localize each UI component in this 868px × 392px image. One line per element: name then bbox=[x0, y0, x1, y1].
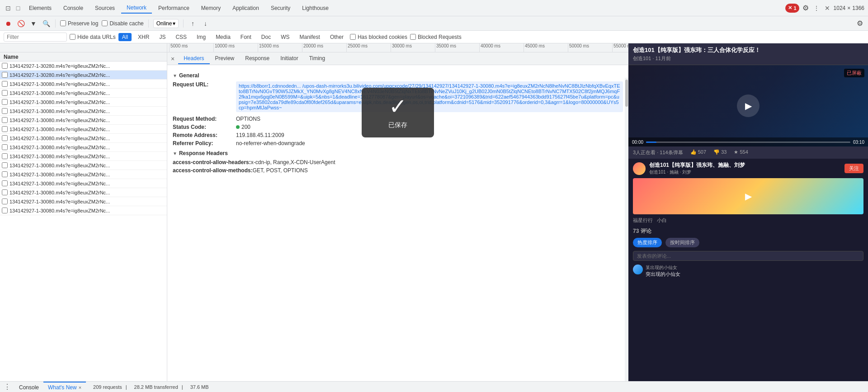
play-button[interactable]: ▶ bbox=[737, 94, 760, 117]
general-section-header[interactable]: ▼ General bbox=[173, 72, 623, 79]
filter-type-font[interactable]: Font bbox=[237, 33, 255, 41]
hide-data-urls-label[interactable]: Hide data URLs bbox=[70, 34, 116, 40]
close-detail-tab[interactable]: × bbox=[169, 54, 176, 63]
blocked-requests-checkbox[interactable] bbox=[410, 34, 416, 40]
close-whatsnew-tab[interactable]: × bbox=[79, 385, 81, 390]
bottom-menu-icon[interactable]: ⋮ bbox=[4, 383, 11, 391]
row-checkbox[interactable] bbox=[2, 135, 8, 141]
record-button[interactable]: ⏺ bbox=[4, 19, 13, 28]
disable-cache-checkbox[interactable] bbox=[102, 20, 108, 26]
filter-type-manifest[interactable]: Manifest bbox=[296, 33, 324, 41]
filter-type-img[interactable]: Img bbox=[193, 33, 209, 41]
panel-icon[interactable]: □ bbox=[14, 4, 23, 13]
list-item[interactable]: 134142927-1-30080.m4s?e=ig8euxZM2rNc... bbox=[0, 188, 167, 197]
list-item[interactable]: 134142927-1-30080.m4s?e=ig8euxZM2rNc... bbox=[0, 134, 167, 143]
comment-input[interactable] bbox=[633, 251, 863, 261]
list-item[interactable]: 134142927-1-30080.m4s?e=ig8euxZM2rNc... bbox=[0, 206, 167, 215]
list-item[interactable]: 134142927-1-30080.m4s?e=ig8euxZM2rNc... bbox=[0, 116, 167, 125]
row-checkbox[interactable] bbox=[2, 117, 8, 123]
row-checkbox[interactable] bbox=[2, 108, 8, 114]
tab-initiator[interactable]: Initiator bbox=[275, 53, 303, 64]
tab-console[interactable]: Console bbox=[58, 3, 89, 13]
disable-cache-label[interactable]: Disable cache bbox=[102, 20, 143, 27]
row-checkbox[interactable] bbox=[2, 162, 8, 168]
export-button[interactable]: ↓ bbox=[201, 19, 210, 28]
tab-application[interactable]: Application bbox=[227, 3, 264, 13]
list-item[interactable]: 134142927-1-30080.m4s?e=ig8euxZM2rNc... bbox=[0, 98, 167, 107]
row-checkbox[interactable] bbox=[2, 198, 8, 204]
row-checkbox[interactable] bbox=[2, 153, 8, 159]
list-item[interactable]: 134142927-1-30080.m4s?e=ig8euxZM2rNc... bbox=[0, 152, 167, 161]
clear-button[interactable]: 🚫 bbox=[16, 19, 25, 28]
filter-button[interactable]: ▼ bbox=[29, 19, 38, 28]
filter-input[interactable] bbox=[4, 33, 67, 42]
search-button[interactable]: 🔍 bbox=[42, 19, 51, 28]
row-checkbox[interactable] bbox=[2, 90, 8, 96]
more-icon[interactable]: ⋮ bbox=[812, 4, 821, 13]
detail-scrollbar[interactable] bbox=[625, 78, 628, 381]
tab-sources[interactable]: Sources bbox=[90, 3, 120, 13]
blocked-requests-label[interactable]: Blocked Requests bbox=[410, 34, 462, 40]
list-item[interactable]: 134142927-1-30080.m4s?e=ig8euxZM2rNc... bbox=[0, 89, 167, 98]
sort-hot-button[interactable]: 热度排序 bbox=[633, 238, 662, 247]
list-item[interactable]: 134142927-1-30080.m4s?e=ig8euxZM2rNc... bbox=[0, 143, 167, 152]
tab-preview[interactable]: Preview bbox=[210, 53, 240, 64]
row-checkbox[interactable] bbox=[2, 208, 8, 213]
row-checkbox[interactable] bbox=[2, 180, 8, 186]
progress-track[interactable] bbox=[646, 142, 850, 143]
tab-elements[interactable]: Elements bbox=[24, 3, 57, 13]
tab-response[interactable]: Response bbox=[240, 53, 275, 64]
preserve-log-label[interactable]: Preserve log bbox=[60, 20, 98, 27]
tab-security[interactable]: Security bbox=[265, 3, 296, 13]
settings-icon[interactable]: ⚙ bbox=[801, 4, 810, 13]
list-item[interactable]: 134142927-1-30080.m4s?e=ig8euxZM2rNc... bbox=[0, 170, 167, 179]
row-checkbox[interactable] bbox=[2, 144, 8, 150]
has-blocked-cookies-checkbox[interactable] bbox=[350, 34, 356, 40]
tab-performance[interactable]: Performance bbox=[153, 3, 195, 13]
row-checkbox[interactable] bbox=[2, 171, 8, 177]
filter-type-xhr[interactable]: XHR bbox=[134, 33, 153, 41]
row-checkbox[interactable] bbox=[2, 189, 8, 195]
preserve-log-checkbox[interactable] bbox=[60, 20, 66, 26]
list-item[interactable]: 134142927-1-30280.m4s?e=ig8euxZM2rNc... bbox=[0, 71, 167, 80]
list-item[interactable]: 134142927-1-30280.m4s?e=ig8euxZM2rNc... bbox=[0, 61, 167, 71]
list-item[interactable]: 134142927-1-30080.m4s?e=ig8euxZM2rNc... bbox=[0, 80, 167, 89]
list-item[interactable]: 134142927-1-30080.m4s?e=ig8euxZM2rNc... bbox=[0, 125, 167, 134]
has-blocked-cookies-label[interactable]: Has blocked cookies bbox=[350, 34, 407, 40]
list-item[interactable]: 134142927-1-30080.m4s?e=ig8euxZM2rNc... bbox=[0, 179, 167, 188]
bottom-tab-whatsnew[interactable]: What's New × bbox=[43, 382, 86, 392]
tab-timing[interactable]: Timing bbox=[304, 53, 331, 64]
throttle-select[interactable]: Online ▾ bbox=[153, 19, 179, 28]
sort-time-button[interactable]: 按时间排序 bbox=[665, 238, 699, 247]
error-badge[interactable]: ✕ 1 bbox=[785, 4, 799, 13]
detail-scroll-thumb[interactable] bbox=[625, 80, 628, 107]
list-item[interactable]: 134142927-1-30080.m4s?e=ig8euxZM2rNc... bbox=[0, 107, 167, 116]
tab-network[interactable]: Network bbox=[121, 3, 152, 14]
hide-data-urls-checkbox[interactable] bbox=[70, 34, 75, 40]
tab-lighthouse[interactable]: Lighthouse bbox=[297, 3, 334, 13]
filter-type-media[interactable]: Media bbox=[212, 33, 234, 41]
network-settings-button[interactable]: ⚙ bbox=[855, 19, 864, 28]
row-checkbox[interactable] bbox=[2, 81, 8, 87]
close-devtools-icon[interactable]: ✕ bbox=[823, 4, 832, 13]
dock-icon[interactable]: ⊡ bbox=[4, 4, 13, 13]
filter-type-js[interactable]: JS bbox=[156, 33, 169, 41]
list-item[interactable]: 134142927-1-30080.m4s?e=ig8euxZM2rNc... bbox=[0, 161, 167, 170]
row-checkbox[interactable] bbox=[2, 72, 8, 78]
filter-type-other[interactable]: Other bbox=[326, 33, 347, 41]
filter-type-doc[interactable]: Doc bbox=[258, 33, 274, 41]
response-headers-section-header[interactable]: ▼ Response Headers bbox=[173, 150, 623, 156]
related-thumbnail[interactable]: ▶ bbox=[633, 178, 863, 214]
row-checkbox[interactable] bbox=[2, 126, 8, 132]
filter-type-all[interactable]: All bbox=[118, 33, 132, 41]
tab-headers[interactable]: Headers bbox=[178, 53, 209, 64]
row-checkbox[interactable] bbox=[2, 63, 8, 69]
row-checkbox[interactable] bbox=[2, 99, 8, 105]
filter-type-css[interactable]: CSS bbox=[172, 33, 190, 41]
filter-type-ws[interactable]: WS bbox=[277, 33, 293, 41]
bottom-tab-console[interactable]: Console bbox=[14, 382, 43, 392]
import-button[interactable]: ↑ bbox=[188, 19, 197, 28]
tab-memory[interactable]: Memory bbox=[196, 3, 226, 13]
subscribe-button[interactable]: 关注 bbox=[844, 164, 863, 173]
list-item[interactable]: 134142927-1-30080.m4s?e=ig8euxZM2rNc... bbox=[0, 197, 167, 206]
